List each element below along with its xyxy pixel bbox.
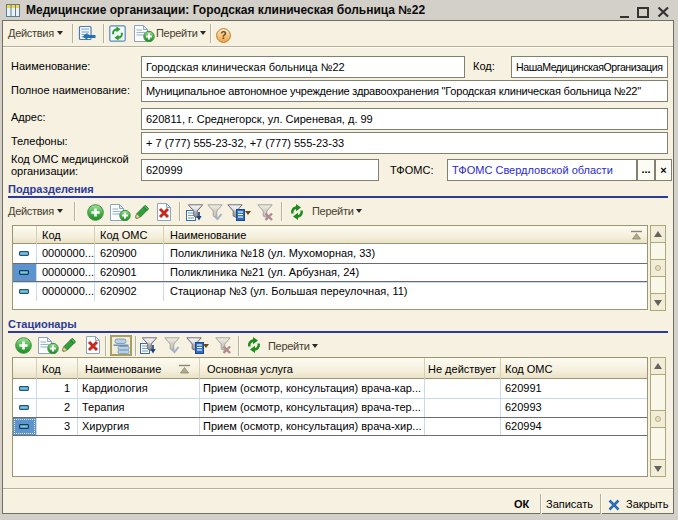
- svg-text:?: ?: [220, 29, 226, 41]
